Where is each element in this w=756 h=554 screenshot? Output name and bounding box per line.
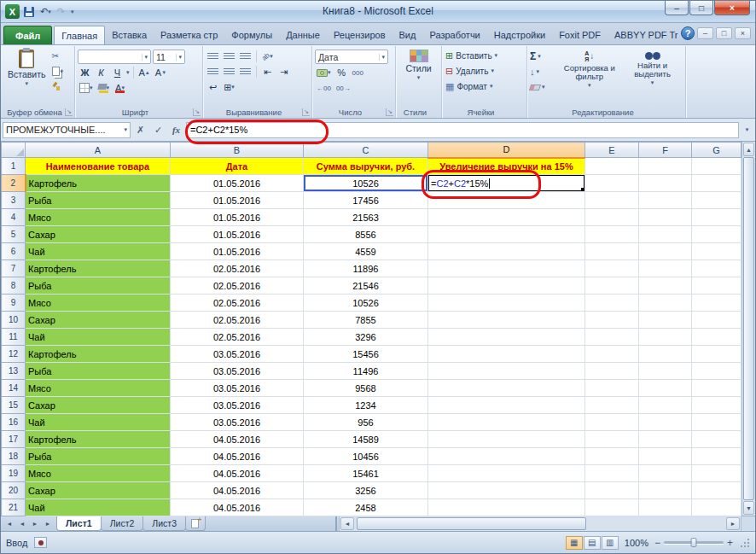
cell-d18[interactable] xyxy=(428,448,585,465)
cell-b2[interactable]: 01.05.2016 xyxy=(171,175,304,192)
cell-a6[interactable]: Чай xyxy=(26,243,171,260)
ribbon-tab-9[interactable]: Надстройки xyxy=(487,26,552,44)
cell-d21[interactable] xyxy=(428,499,585,516)
cell-c9[interactable]: 10526 xyxy=(304,294,428,312)
formula-input[interactable]: =C2+C2*15% xyxy=(186,122,739,138)
align-right-button[interactable] xyxy=(238,65,253,79)
cell-a18[interactable]: Рыба xyxy=(26,448,171,465)
cell-f14[interactable] xyxy=(639,380,692,397)
ribbon-tab-1[interactable]: Главная xyxy=(54,26,105,44)
cell-b18[interactable]: 04.05.2016 xyxy=(171,448,304,465)
cell-d9[interactable] xyxy=(428,294,585,312)
cell-c5[interactable]: 8556 xyxy=(304,226,428,243)
cell-c17[interactable]: 14589 xyxy=(304,431,428,448)
clipboard-dialog-launcher[interactable]: ↘ xyxy=(65,108,73,116)
cell-d15[interactable] xyxy=(428,397,585,414)
cell-e20[interactable] xyxy=(585,482,639,499)
cell-e17[interactable] xyxy=(585,431,639,448)
row-header-20[interactable]: 20 xyxy=(2,482,26,499)
cell-f12[interactable] xyxy=(639,346,692,363)
excel-app-icon[interactable]: X xyxy=(5,4,20,19)
cell-b5[interactable]: 01.05.2016 xyxy=(171,226,304,243)
cell-f17[interactable] xyxy=(639,431,692,448)
cell-b13[interactable]: 03.05.2016 xyxy=(171,363,304,380)
row-header-19[interactable]: 19 xyxy=(2,465,26,482)
cell-c16[interactable]: 956 xyxy=(304,414,428,431)
ribbon-tab-5[interactable]: Данные xyxy=(279,26,327,44)
last-sheet-button[interactable]: ► xyxy=(42,518,54,529)
cell-c13[interactable]: 11496 xyxy=(304,363,428,380)
align-bottom-button[interactable] xyxy=(238,50,253,63)
number-format-select[interactable]: Дата▾ xyxy=(315,50,388,64)
resize-grip[interactable] xyxy=(739,537,750,548)
row-header-14[interactable]: 14 xyxy=(2,380,26,397)
cell-d10[interactable] xyxy=(428,312,585,329)
accounting-format-button[interactable]: ▾ xyxy=(315,66,333,79)
row-header-18[interactable]: 18 xyxy=(2,448,26,465)
formula-bar-expand-button[interactable]: ▾ xyxy=(741,122,753,138)
cell-d7[interactable] xyxy=(428,260,585,277)
cell-e14[interactable] xyxy=(585,380,639,397)
undo-button[interactable]: ↶▾ xyxy=(38,5,53,19)
cell-e10[interactable] xyxy=(585,312,639,329)
cell-b19[interactable]: 04.05.2016 xyxy=(171,465,304,482)
cell-d12[interactable] xyxy=(428,346,585,363)
cell-e12[interactable] xyxy=(585,346,639,363)
cell-f18[interactable] xyxy=(639,448,692,465)
column-header-f[interactable]: F xyxy=(639,143,692,158)
column-header-b[interactable]: B xyxy=(171,143,304,158)
cell-b16[interactable]: 03.05.2016 xyxy=(171,414,304,431)
help-button[interactable]: ? xyxy=(681,26,695,40)
cell-c10[interactable]: 7855 xyxy=(304,312,428,329)
cell-g3[interactable] xyxy=(692,192,741,209)
ribbon-tab-2[interactable]: Вставка xyxy=(105,26,154,44)
cell-e1[interactable] xyxy=(585,158,639,175)
cell-a15[interactable]: Сахар xyxy=(26,397,171,414)
cell-g21[interactable] xyxy=(692,499,741,516)
column-header-e[interactable]: E xyxy=(585,143,639,158)
file-tab[interactable]: Файл xyxy=(3,26,52,44)
cell-a21[interactable]: Чай xyxy=(26,499,171,516)
workbook-restore-button[interactable]: □ xyxy=(716,27,732,39)
cut-button[interactable]: ✂ xyxy=(52,50,64,62)
number-dialog-launcher[interactable]: ↘ xyxy=(386,108,393,116)
cell-a8[interactable]: Рыба xyxy=(26,277,171,294)
cell-f20[interactable] xyxy=(639,482,692,499)
cell-g10[interactable] xyxy=(692,312,741,329)
cell-f2[interactable] xyxy=(639,175,692,192)
scroll-up-button[interactable]: ▲ xyxy=(743,143,754,156)
percent-style-button[interactable]: % xyxy=(334,66,349,79)
italic-button[interactable]: К xyxy=(94,66,108,79)
font-size-select[interactable]: 11▾ xyxy=(153,50,185,64)
page-break-view-button[interactable]: ▥ xyxy=(602,536,619,550)
autosum-button[interactable]: Σ▾ xyxy=(530,50,556,63)
bold-button[interactable]: Ж xyxy=(78,66,92,79)
cell-g13[interactable] xyxy=(692,363,741,380)
font-dialog-launcher[interactable]: ↘ xyxy=(193,108,201,116)
cell-f6[interactable] xyxy=(639,243,692,260)
scroll-down-button[interactable]: ▼ xyxy=(743,501,754,515)
underline-button[interactable]: Ч xyxy=(110,66,125,79)
cell-f5[interactable] xyxy=(639,226,692,243)
decrease-decimal-button[interactable]: 00→ xyxy=(334,81,352,95)
normal-view-button[interactable]: ▦ xyxy=(566,536,583,550)
workbook-close-button[interactable]: × xyxy=(735,27,751,39)
cell-g11[interactable] xyxy=(692,329,741,346)
cell-e18[interactable] xyxy=(585,448,639,465)
close-button[interactable]: × xyxy=(714,1,750,15)
cell-g16[interactable] xyxy=(692,414,741,431)
zoom-out-button[interactable]: − xyxy=(654,537,660,549)
increase-indent-button[interactable]: ⇥ xyxy=(276,65,291,79)
ribbon-tab-4[interactable]: Формулы xyxy=(224,26,279,44)
cell-a11[interactable]: Чай xyxy=(26,329,171,346)
cell-g20[interactable] xyxy=(692,482,741,499)
cell-c20[interactable]: 3256 xyxy=(304,482,428,499)
horizontal-scroll-track[interactable] xyxy=(355,516,725,531)
cell-b7[interactable]: 02.05.2016 xyxy=(171,260,304,277)
ribbon-tab-7[interactable]: Вид xyxy=(393,26,423,44)
cell-b4[interactable]: 01.05.2016 xyxy=(171,209,304,226)
cell-g14[interactable] xyxy=(692,380,741,397)
qat-customize-button[interactable]: ▾ xyxy=(69,5,76,19)
cell-d16[interactable] xyxy=(428,414,585,431)
cell-a7[interactable]: Картофель xyxy=(26,260,171,277)
